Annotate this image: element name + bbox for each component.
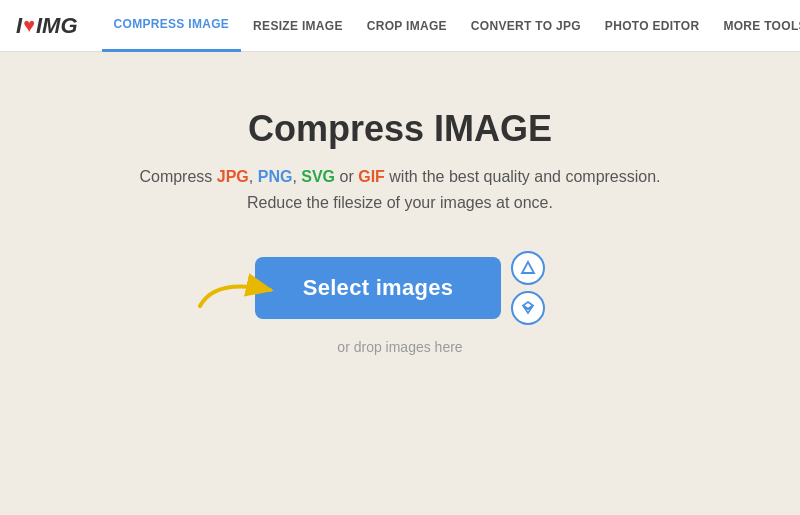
dropbox-icon[interactable]	[511, 291, 545, 325]
logo-img: IMG	[36, 13, 78, 39]
cloud-upload-icons	[511, 251, 545, 325]
arrow-indicator	[195, 268, 275, 308]
format-png: PNG	[258, 168, 293, 185]
nav-item-crop[interactable]: CROP IMAGE	[355, 0, 459, 52]
format-jpg: JPG	[217, 168, 249, 185]
drop-images-text: or drop images here	[337, 339, 462, 355]
nav-item-compress[interactable]: COMPRESS IMAGE	[102, 0, 242, 52]
page-title: Compress IMAGE	[248, 108, 552, 150]
logo[interactable]: I ♥ IMG	[16, 13, 78, 39]
select-area: Select images	[255, 251, 546, 325]
logo-heart: ♥	[23, 14, 35, 37]
main-content: Compress IMAGE Compress JPG, PNG, SVG or…	[0, 52, 800, 355]
nav-item-more-tools[interactable]: MORE TOOLS ▾	[711, 0, 800, 52]
nav-item-convert[interactable]: CONVERT TO JPG	[459, 0, 593, 52]
svg-marker-1	[522, 262, 534, 273]
logo-i: I	[16, 13, 22, 39]
select-images-button[interactable]: Select images	[255, 257, 502, 319]
format-svg: SVG	[301, 168, 335, 185]
google-drive-icon[interactable]	[511, 251, 545, 285]
format-gif: GIF	[358, 168, 385, 185]
header: I ♥ IMG COMPRESS IMAGE RESIZE IMAGE CROP…	[0, 0, 800, 52]
page-description: Compress JPG, PNG, SVG or GIF with the b…	[139, 164, 660, 215]
nav-item-resize[interactable]: RESIZE IMAGE	[241, 0, 355, 52]
nav-item-photo-editor[interactable]: PHOTO EDITOR	[593, 0, 712, 52]
main-nav: COMPRESS IMAGE RESIZE IMAGE CROP IMAGE C…	[102, 0, 800, 52]
